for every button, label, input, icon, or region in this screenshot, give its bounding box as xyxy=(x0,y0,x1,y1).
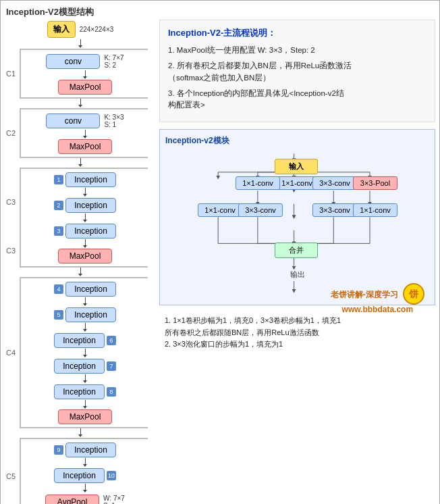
bottom-notes: 1. 1×1卷积步幅为1，填充0，3×3卷积步幅为1，填充1 所有卷积之后都跟随… xyxy=(159,311,435,355)
inception8-row: Inception 8 xyxy=(54,384,116,399)
arrow7 xyxy=(83,213,87,223)
module-input-box: 输入 xyxy=(275,159,318,174)
main-explanation-panel: Inception-V2-主流程说明： 1. MaxPool统一使用配置 W: … xyxy=(159,20,435,122)
inception4-box: Inception xyxy=(65,282,116,297)
inception1-row: 1 Inception xyxy=(54,172,116,187)
watermark: 老饼讲解-深度学习 饼 www.bbbdata.com xyxy=(331,283,424,314)
inception2-num: 2 xyxy=(54,201,63,210)
arrow10 xyxy=(83,297,87,307)
inception7-row: Inception 7 xyxy=(54,359,116,374)
arrow12 xyxy=(83,349,87,358)
right-column: Inception-V2-主流程说明： 1. MaxPool统一使用配置 W: … xyxy=(159,20,435,355)
page-title: Inception-V2模型结构 xyxy=(6,6,435,18)
c5-label: C5 xyxy=(6,472,16,480)
arrow3 xyxy=(78,99,82,108)
c1-content: conv K: 7×7S: 2 MaxPool xyxy=(25,53,145,95)
inception9-box: Inception xyxy=(65,443,116,457)
c3-section: C3 C3 1 Inception 2 Inception xyxy=(20,168,148,268)
conv1-box: conv xyxy=(46,54,100,69)
module-3x3conv2: 3×3-conv xyxy=(238,203,283,217)
watermark-line2: www.bbbdata.com xyxy=(342,305,414,314)
maxpool3-box: MaxPool xyxy=(58,249,112,263)
module-output-box: 输出 xyxy=(285,270,310,280)
inception8-num: 8 xyxy=(107,387,116,397)
inception5-row: 5 Inception xyxy=(54,307,116,322)
c3-label1: C3 xyxy=(6,198,16,206)
inception-module-panel: Inception-v2模块 xyxy=(159,129,435,305)
arrow6 xyxy=(83,188,87,197)
avgpool-row: AvgPool W: 7×7S: 1 xyxy=(45,495,125,504)
module-merge-box: 合并 xyxy=(275,243,318,258)
inception1-box: Inception xyxy=(65,172,116,187)
point1: 1. MaxPool统一使用配置 W: 3×3，Step: 2 xyxy=(168,45,427,56)
module-3x3conv-r2: 3×3-conv xyxy=(312,176,357,190)
inception4-row: 4 Inception xyxy=(54,282,116,297)
bottom-note1-line2: 所有卷积之后都跟随BN层，再用ReLu激活函数 xyxy=(165,327,430,339)
inception6-row: Inception 6 xyxy=(54,333,116,348)
arrow4 xyxy=(83,130,87,139)
maxpool1-box: MaxPool xyxy=(58,80,112,95)
c1-label: C1 xyxy=(6,70,16,78)
inception9-row: 9 Inception xyxy=(54,443,116,457)
module-3x3pool: 3×3-Pool xyxy=(353,176,397,190)
inception2-box: Inception xyxy=(65,198,116,213)
c2-section: C2 conv K: 3×3S: 1 MaxPool xyxy=(20,108,148,158)
arrow9 xyxy=(78,268,82,277)
bottom-note1-line1: 1. 1×1卷积步幅为1，填充0，3×3卷积步幅为1，填充1 xyxy=(165,315,430,327)
avgpool-box: AvgPool xyxy=(45,495,99,504)
c2-label: C2 xyxy=(6,129,16,137)
inception10-row: Inception 10 xyxy=(54,468,116,483)
arrow14 xyxy=(83,400,87,409)
c4-label: C4 xyxy=(6,349,16,357)
module-title: Inception-v2模块 xyxy=(165,135,429,147)
avgpool-params: W: 7×7S: 1 xyxy=(103,495,125,504)
module-diagram: 输入 1×1-conv 1×1-conv 3×3-conv 3×3-Pool 1… xyxy=(165,151,429,299)
inception6-num: 6 xyxy=(107,336,116,345)
point3: 3. 各个Inception的内部配置具体见<Inception-v2结 构配置… xyxy=(168,88,427,111)
arrow5 xyxy=(78,158,82,168)
input-size: 224×224×3 xyxy=(80,26,114,33)
arrow15 xyxy=(78,428,82,438)
module-1x1conv4: 1×1-conv xyxy=(353,203,397,217)
inception4-num: 4 xyxy=(54,284,63,294)
module-3x3conv3: 3×3-conv xyxy=(312,203,357,217)
module-1x1conv2: 1×1-conv xyxy=(236,176,280,190)
inception3-row: 3 Inception xyxy=(54,224,116,238)
inception10-box: Inception xyxy=(54,468,105,483)
c5-section: C5 9 Inception Inception 10 AvgPool W: 7… xyxy=(20,438,148,504)
page: Inception-V2模型结构 输入 224×224×3 C1 conv K:… xyxy=(1,1,440,504)
arrow2 xyxy=(83,70,87,80)
conv2-box: conv xyxy=(46,114,100,128)
c3-label2: C3 xyxy=(6,247,16,255)
maxpool4-box: MaxPool xyxy=(58,409,112,424)
c3-content: 1 Inception 2 Inception 3 Inception xyxy=(25,172,145,263)
inception3-box: Inception xyxy=(65,224,116,238)
point2: 2. 所有卷积之后都要加入BN层，再用ReLu函数激活 （softmax之前也加… xyxy=(168,60,427,84)
inception5-box: Inception xyxy=(65,307,116,322)
arrow1 xyxy=(78,39,82,49)
bottom-note2: 2. 3×3泡化窗口的步幅为1，填充为1 xyxy=(165,338,430,351)
inception2-row: 2 Inception xyxy=(54,198,116,213)
conv1-params: K: 7×7S: 2 xyxy=(104,54,123,69)
inception10-num: 10 xyxy=(107,471,116,480)
inception1-num: 1 xyxy=(54,175,63,184)
watermark-line1: 老饼讲解-深度学习 xyxy=(331,290,398,299)
c5-content: 9 Inception Inception 10 AvgPool W: 7×7S… xyxy=(25,442,145,504)
conv1-row: conv K: 7×7S: 2 xyxy=(46,54,123,69)
module-1x1conv3-b1: 1×1-conv xyxy=(198,203,242,217)
conv2-row: conv K: 3×3S: 1 xyxy=(46,114,123,128)
arrow13 xyxy=(83,374,87,384)
inception7-box: Inception xyxy=(54,359,105,374)
arrow8 xyxy=(83,239,87,249)
arrow17 xyxy=(83,484,87,493)
c4-content: 4 Inception 5 Inception Inception 6 xyxy=(25,281,145,424)
arrow11 xyxy=(83,323,87,332)
inception7-num: 7 xyxy=(107,361,116,371)
inception5-num: 5 xyxy=(54,310,63,320)
inception3-num: 3 xyxy=(54,226,63,236)
inception9-num: 9 xyxy=(54,445,63,455)
arrow16 xyxy=(83,458,87,468)
input-row: 输入 224×224×3 xyxy=(47,21,114,38)
network-flow: 输入 224×224×3 C1 conv K: 7×7S: 2 MaxPool xyxy=(6,20,155,504)
main-explanation-title: Inception-V2-主流程说明： xyxy=(168,27,427,39)
